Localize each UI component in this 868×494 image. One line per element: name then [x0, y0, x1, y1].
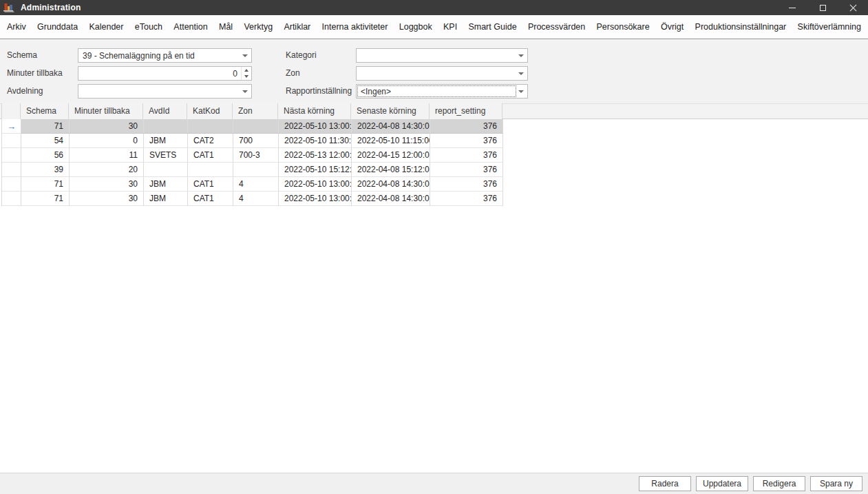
- chevron-up-icon: [244, 69, 248, 72]
- table-row[interactable]: 7130JBMCAT142022-05-10 13:00:002022-04-0…: [2, 177, 503, 192]
- menu-item-skift-verl-mning[interactable]: Skiftöverlämning: [798, 22, 861, 32]
- column-header-katkod[interactable]: KatKod: [187, 103, 233, 119]
- cell-schema: 56: [21, 148, 70, 163]
- cell-katkod: CAT2: [188, 134, 233, 148]
- avdelning-dropdown[interactable]: [78, 84, 252, 99]
- kategori-dropdown[interactable]: [356, 48, 528, 63]
- menu-item-etouch[interactable]: eTouch: [135, 22, 162, 32]
- redigera-button[interactable]: Redigera: [753, 476, 805, 491]
- cell-avdid: JBM: [144, 192, 188, 206]
- chevron-down-icon: [239, 85, 251, 98]
- chevron-down-icon: [515, 67, 527, 80]
- footer-buttons: RaderaUppdateraRedigeraSpara ny: [639, 476, 862, 491]
- menu-item-produktionsinst-llningar[interactable]: Produktionsinställningar: [695, 22, 787, 32]
- row-indicator: [2, 177, 21, 192]
- column-header-senaste-k-rning[interactable]: Senaste körning: [351, 103, 430, 119]
- chevron-down-icon: [515, 49, 527, 62]
- data-grid: SchemaMinuter tillbakaAvdIdKatKodZonNäst…: [1, 103, 503, 206]
- menu-item-m-l[interactable]: Mål: [219, 22, 233, 32]
- cell-zon: 4: [233, 177, 279, 192]
- cell-avdid: [144, 119, 188, 134]
- table-row[interactable]: 7130JBMCAT142022-05-10 13:00:002022-04-0…: [2, 192, 503, 206]
- rapportinstallning-dropdown[interactable]: <Ingen>: [356, 84, 528, 99]
- minuter-tillbaka-spinner[interactable]: 0: [78, 66, 252, 81]
- column-header-n-sta-k-rning[interactable]: Nästa körning: [278, 103, 351, 119]
- cell-zon: 4: [233, 192, 279, 206]
- spin-up-button[interactable]: [242, 67, 251, 74]
- menu-item-arkiv[interactable]: Arkiv: [7, 22, 26, 32]
- chevron-down-icon: [515, 85, 527, 98]
- cell-n-sta-k-rning: 2022-05-13 12:00:00: [279, 148, 352, 163]
- menu-item-kalender[interactable]: Kalender: [89, 22, 123, 32]
- indicator-column-header: [1, 103, 21, 119]
- column-header-zon[interactable]: Zon: [233, 103, 278, 119]
- cell-zon: [233, 119, 279, 134]
- chevron-down-icon: [239, 49, 251, 62]
- cell-minuter-tillbaka: 11: [70, 148, 144, 163]
- cell-report-setting: 376: [430, 192, 503, 206]
- spara-ny-button[interactable]: Spara ny: [810, 476, 862, 491]
- menu-bar: ArkivGrunddataKalendereTouchAttentionMål…: [0, 15, 868, 39]
- menu-item-verktyg[interactable]: Verktyg: [244, 22, 273, 32]
- filter-panel: Schema 39 - Schemaläggning på en tid Min…: [0, 40, 868, 103]
- maximize-icon: [820, 5, 826, 11]
- spin-down-button[interactable]: [242, 74, 251, 81]
- menu-item-interna-aktiviteter[interactable]: Interna aktiviteter: [322, 22, 388, 32]
- menu-item-grunddata[interactable]: Grunddata: [37, 22, 78, 32]
- menu-item-persons-kare[interactable]: Personsökare: [597, 22, 650, 32]
- column-header-report-setting[interactable]: report_setting: [430, 103, 502, 119]
- column-header-avdid[interactable]: AvdId: [143, 103, 187, 119]
- cell-minuter-tillbaka: 0: [70, 134, 144, 148]
- minimize-button[interactable]: [777, 0, 807, 15]
- cell-avdid: [144, 163, 188, 177]
- menu-item-attention[interactable]: Attention: [173, 22, 207, 32]
- zon-dropdown[interactable]: [356, 66, 528, 81]
- menu-item-artiklar[interactable]: Artiklar: [284, 22, 310, 32]
- cell-minuter-tillbaka: 30: [70, 119, 144, 134]
- cell-report-setting: 376: [430, 163, 503, 177]
- cell-report-setting: 376: [430, 134, 503, 148]
- table-row[interactable]: →71302022-05-10 13:00:002022-04-08 14:30…: [2, 119, 503, 134]
- schema-label: Schema: [7, 50, 37, 60]
- app-logo-icon: [3, 2, 15, 14]
- cell-katkod: CAT1: [188, 148, 233, 163]
- spinner-buttons: [241, 67, 251, 80]
- table-row[interactable]: 540JBMCAT27002022-05-10 11:30:002022-05-…: [2, 134, 503, 148]
- cell-katkod: [188, 163, 233, 177]
- row-indicator: [2, 192, 21, 206]
- kategori-dropdown-value: [357, 49, 515, 62]
- maximize-button[interactable]: [807, 0, 838, 15]
- minimize-icon: [789, 8, 796, 8]
- schema-dropdown[interactable]: 39 - Schemaläggning på en tid: [78, 48, 252, 63]
- avdelning-label: Avdelning: [7, 86, 43, 96]
- table-row[interactable]: 5611SVETSCAT1700-32022-05-13 12:00:00202…: [2, 148, 503, 163]
- window-title: Administration: [21, 3, 81, 12]
- column-header-minuter-tillbaka[interactable]: Minuter tillbaka: [69, 103, 143, 119]
- cell-zon: [233, 163, 279, 177]
- footer-button-bar: RaderaUppdateraRedigeraSpara ny: [0, 473, 868, 494]
- uppdatera-button[interactable]: Uppdatera: [696, 476, 748, 491]
- cell-senaste-k-rning: 2022-04-08 14:30:00: [352, 119, 430, 134]
- column-header-schema[interactable]: Schema: [21, 103, 69, 119]
- cell-minuter-tillbaka: 30: [70, 192, 144, 206]
- title-bar: Administration: [0, 0, 868, 15]
- cell-schema: 71: [21, 119, 70, 134]
- menu-item-vrigt[interactable]: Övrigt: [661, 22, 684, 32]
- radera-button[interactable]: Radera: [639, 476, 691, 491]
- grid-body: →71302022-05-10 13:00:002022-04-08 14:30…: [1, 119, 503, 206]
- cell-senaste-k-rning: 2022-05-10 11:15:00: [352, 134, 430, 148]
- cell-avdid: SVETS: [144, 148, 188, 163]
- close-button[interactable]: [838, 0, 868, 15]
- minuter-tillbaka-label: Minuter tillbaka: [7, 68, 63, 78]
- table-row[interactable]: 39202022-05-10 15:12:002022-04-08 15:12:…: [2, 163, 503, 177]
- menu-item-processv-rden[interactable]: Processvärden: [528, 22, 585, 32]
- cell-katkod: [188, 119, 233, 134]
- cell-schema: 39: [21, 163, 70, 177]
- cell-senaste-k-rning: 2022-04-08 15:12:00: [352, 163, 430, 177]
- menu-item-kpi[interactable]: KPI: [443, 22, 457, 32]
- close-icon: [849, 4, 857, 12]
- menu-item-loggbok[interactable]: Loggbok: [399, 22, 432, 32]
- menu-item-smart-guide[interactable]: Smart Guide: [468, 22, 516, 32]
- cell-katkod: CAT1: [188, 177, 233, 192]
- avdelning-dropdown-value: [78, 85, 239, 98]
